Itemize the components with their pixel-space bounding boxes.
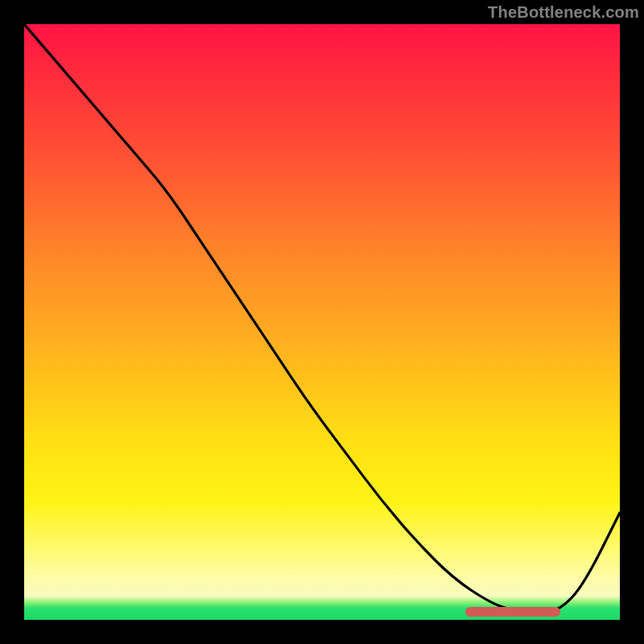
optimal-range-bar <box>465 607 560 617</box>
chart-frame: TheBottleneck.com <box>0 0 644 644</box>
plot-area <box>24 24 620 620</box>
watermark-text: TheBottleneck.com <box>488 3 639 22</box>
bottleneck-curve <box>24 24 620 620</box>
